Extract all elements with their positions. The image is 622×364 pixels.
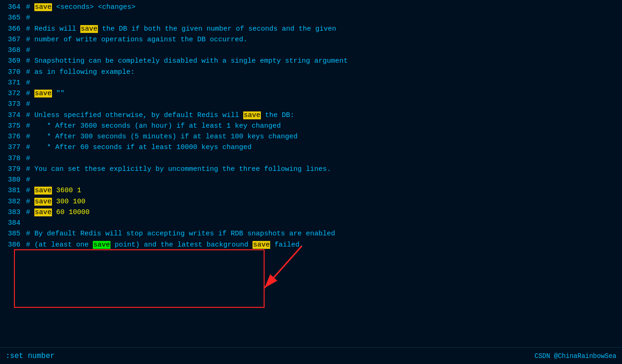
line-content: # as in following example: xyxy=(26,67,135,78)
code-line: 366# Redis will save the DB if both the … xyxy=(0,24,622,34)
code-line: 365# xyxy=(0,13,622,23)
comment-hash: # xyxy=(26,25,30,33)
save-highlight-yellow: save xyxy=(34,187,52,195)
line-content: # save "" xyxy=(26,88,65,99)
save-highlight-yellow: save xyxy=(253,241,270,249)
vim-command: :set number xyxy=(6,352,55,360)
comment-hash: # xyxy=(26,187,30,195)
line-number: 382 xyxy=(4,196,26,207)
comment-hash: # xyxy=(26,133,30,141)
line-number: 374 xyxy=(4,110,26,121)
comment-hash: # xyxy=(26,143,30,151)
save-highlight-yellow: save xyxy=(34,208,52,216)
comment-text: the DB: xyxy=(261,111,294,119)
comment-hash: # xyxy=(26,111,30,119)
red-highlight-box xyxy=(14,249,265,308)
comment-hash: # xyxy=(26,165,30,173)
comment-hash: # xyxy=(26,36,30,44)
comment-text xyxy=(30,198,34,206)
comment-hash: # xyxy=(26,241,30,249)
comment-text: By default Redis will stop accepting wri… xyxy=(30,230,335,238)
comment-text: as in following example: xyxy=(30,68,135,76)
comment-hash: # xyxy=(26,68,30,76)
code-line: 379# You can set these explicitly by unc… xyxy=(0,164,622,175)
comment-text: * After 300 seconds (5 minutes) if at le… xyxy=(30,133,298,141)
space xyxy=(30,3,34,11)
comment-text: failed. xyxy=(270,241,304,249)
save-highlight-yellow: save xyxy=(243,111,261,119)
line-number: 378 xyxy=(4,153,26,164)
line-content: # xyxy=(26,153,30,164)
line-number: 367 xyxy=(4,34,26,45)
line-number: 365 xyxy=(4,13,26,23)
line-content: # save <seconds> <changes> xyxy=(26,2,136,13)
line-content: # xyxy=(26,13,30,23)
line-content: # save 60 10000 xyxy=(26,207,90,218)
comment-hash: # xyxy=(26,90,30,98)
code-line: 367# number of write operations against … xyxy=(0,34,622,45)
comment-text: <seconds> <changes> xyxy=(52,3,136,11)
watermark-text: CSDN @ChinaRainbowSea xyxy=(535,352,616,360)
comment-hash: # xyxy=(26,198,30,206)
comment-hash: # xyxy=(26,14,30,22)
code-line: 385# By default Redis will stop acceptin… xyxy=(0,228,622,239)
line-content: # save 300 100 xyxy=(26,196,85,207)
code-line: 375# * After 3600 seconds (an hour) if a… xyxy=(0,121,622,131)
line-content: # * After 3600 seconds (an hour) if at l… xyxy=(26,121,281,131)
line-number: 376 xyxy=(4,131,26,142)
line-content: # * After 60 seconds if at least 10000 k… xyxy=(26,142,252,153)
comment-hash: # xyxy=(26,155,30,162)
line-number: 377 xyxy=(4,142,26,153)
code-line: 373# xyxy=(0,99,622,110)
line-content: # xyxy=(26,78,30,88)
comment-hash: # xyxy=(26,122,30,130)
comment-text: * After 60 seconds if at least 10000 key… xyxy=(30,143,252,151)
line-number: 380 xyxy=(4,175,26,185)
save-highlight-yellow: save xyxy=(34,90,52,98)
comment-text xyxy=(30,90,34,98)
line-content: # xyxy=(26,175,30,185)
numeric-arg: 300 100 xyxy=(56,198,85,206)
code-line: 376# * After 300 seconds (5 minutes) if … xyxy=(0,131,622,142)
save-highlight-yellow: save xyxy=(34,198,52,206)
code-line: 383# save 60 10000 xyxy=(0,207,622,218)
code-line: 374# Unless specified otherwise, by defa… xyxy=(0,110,622,121)
line-number: 384 xyxy=(4,218,26,228)
line-content: # xyxy=(26,99,30,110)
numeric-arg: 60 10000 xyxy=(56,208,90,216)
comment-text: number of write operations against the D… xyxy=(30,36,247,44)
line-number: 385 xyxy=(4,228,26,239)
code-line: 384 xyxy=(0,218,622,228)
save-highlight-green: save xyxy=(93,241,110,249)
code-line: 378# xyxy=(0,153,622,164)
line-number: 372 xyxy=(4,88,26,99)
line-number: 379 xyxy=(4,164,26,175)
line-content: # Redis will save the DB if both the giv… xyxy=(26,24,336,34)
comment-text: * After 3600 seconds (an hour) if at lea… xyxy=(30,122,281,130)
comment-text xyxy=(52,187,56,195)
comment-text: Unless specified otherwise, by default R… xyxy=(30,111,243,119)
code-line: 368# xyxy=(0,45,622,56)
save-highlight-yellow: save xyxy=(80,25,98,33)
code-line: 377# * After 60 seconds if at least 1000… xyxy=(0,142,622,153)
line-content: # By default Redis will stop accepting w… xyxy=(26,228,335,239)
comment-text xyxy=(30,187,34,195)
comment-hash: # xyxy=(26,208,30,216)
code-line: 370# as in following example: xyxy=(0,67,622,78)
code-line: 381# save 3600 1 xyxy=(0,185,622,196)
code-line: 369# Snapshotting can be completely disa… xyxy=(0,56,622,66)
comment-hash: # xyxy=(26,79,30,87)
save-highlight-yellow: save xyxy=(34,3,52,11)
comment-text: Snapshotting can be completely disabled … xyxy=(30,57,348,65)
line-number: 373 xyxy=(4,99,26,110)
comment-text: "" xyxy=(52,90,65,98)
code-line: 382# save 300 100 xyxy=(0,196,622,207)
line-number: 366 xyxy=(4,24,26,34)
comment-hash: # xyxy=(26,230,30,238)
comment-text xyxy=(52,198,56,206)
comment-hash: # xyxy=(26,100,30,108)
line-number: 364 xyxy=(4,2,26,13)
code-line: 371# xyxy=(0,78,622,88)
line-number: 386 xyxy=(4,240,26,250)
line-number: 369 xyxy=(4,56,26,66)
